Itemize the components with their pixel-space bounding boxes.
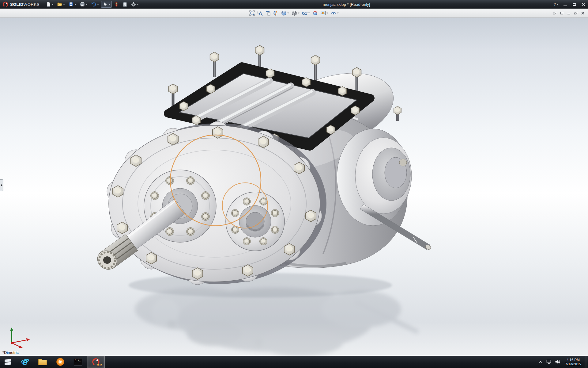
maximize-button[interactable] — [570, 0, 579, 9]
edit-appearance-icon — [312, 10, 318, 16]
view-orientation-button[interactable] — [280, 9, 290, 17]
system-tray: 4:16 PM 7/13/2015 — [537, 356, 588, 368]
save-icon — [69, 2, 74, 7]
view-settings-button[interactable] — [330, 9, 340, 17]
network-icon — [546, 359, 552, 364]
undo-icon — [91, 2, 96, 7]
new-document-button[interactable] — [44, 1, 55, 8]
rebuild-icon — [114, 2, 119, 7]
doc-close-icon — [581, 12, 584, 15]
hide-show-items-button[interactable] — [301, 9, 311, 17]
maximize-icon — [573, 3, 576, 6]
taskbar-media-player-button[interactable] — [51, 356, 69, 368]
new-document-icon — [46, 2, 51, 7]
internet-explorer-icon: e — [20, 357, 29, 366]
file-properties-icon — [123, 2, 127, 7]
heads-up-toolbar — [248, 9, 340, 17]
doc-close-button[interactable] — [579, 10, 586, 16]
window-controls: ? — [551, 0, 588, 9]
view-settings-icon — [331, 10, 336, 16]
doc-restore-icon — [574, 12, 577, 14]
undo-button[interactable] — [90, 1, 100, 8]
doc-minimize-button[interactable] — [565, 10, 572, 16]
taskbar-clock[interactable]: 4:16 PM 7/13/2015 — [562, 356, 584, 368]
taskbar-command-prompt-button[interactable]: C:\_ — [69, 356, 87, 368]
start-button[interactable] — [0, 356, 16, 368]
model-reflection — [135, 288, 418, 356]
options-icon — [131, 2, 136, 7]
volume-icon — [555, 359, 560, 364]
collapse-arrow-icon — [1, 184, 4, 186]
display-style-button[interactable] — [291, 9, 300, 17]
gearbox-model[interactable] — [94, 45, 432, 285]
taskbar-solidworks-button[interactable]: 2015 — [87, 356, 105, 368]
close-icon — [582, 2, 585, 6]
apply-scene-button[interactable] — [319, 9, 329, 17]
zoom-to-fit-icon — [249, 10, 255, 16]
select-button[interactable] — [101, 1, 112, 8]
open-button[interactable] — [56, 1, 66, 8]
minimize-icon — [564, 6, 567, 6]
print-button[interactable] — [78, 1, 89, 8]
document-title: menjac sklop * [Read-only] — [141, 2, 551, 7]
previous-view-button[interactable] — [264, 9, 272, 17]
document-window-controls — [551, 9, 586, 17]
title-bar: SOLIDWORKS — [0, 0, 588, 9]
media-player-icon — [56, 358, 65, 366]
section-view-icon — [273, 10, 279, 16]
section-view-button[interactable] — [272, 9, 280, 17]
orientation-triad — [6, 323, 34, 349]
start-icon — [4, 358, 12, 366]
solidworks-brand: SOLIDWORKS — [0, 0, 43, 9]
clock-time: 4:16 PM — [565, 358, 581, 362]
graphics-viewport[interactable]: *Dimetric — [0, 18, 588, 356]
volume-button[interactable] — [554, 356, 562, 368]
display-style-icon — [292, 10, 297, 16]
options-button[interactable] — [130, 1, 140, 8]
show-desktop-button[interactable] — [585, 356, 587, 368]
taskbar-internet-explorer-button[interactable]: e — [16, 356, 34, 368]
help-icon: ? — [553, 2, 556, 7]
doc-restore-button[interactable] — [572, 10, 579, 16]
doc-minimize-icon — [567, 14, 570, 14]
select-icon — [103, 2, 107, 7]
file-explorer-icon — [38, 359, 47, 365]
main-toolbar — [43, 0, 141, 9]
clock-date: 7/13/2015 — [565, 362, 581, 366]
zoom-to-fit-button[interactable] — [248, 9, 256, 17]
edit-appearance-button[interactable] — [311, 9, 319, 17]
show-hidden-icons-button[interactable] — [537, 356, 545, 368]
network-button[interactable] — [545, 356, 553, 368]
save-button[interactable] — [67, 1, 78, 8]
hide-show-items-icon — [302, 10, 307, 16]
heads-up-bar — [0, 9, 588, 18]
gearbox-3d-model[interactable] — [0, 18, 588, 356]
help-button[interactable]: ? — [551, 0, 560, 9]
view-orientation-icon — [281, 10, 287, 16]
featuremanager-flyout-tab[interactable] — [0, 179, 3, 191]
print-icon — [80, 2, 85, 7]
previous-view-icon — [265, 10, 271, 16]
doc-cascade-button[interactable] — [551, 10, 558, 16]
apply-scene-icon — [320, 10, 326, 16]
show-hidden-icons-icon — [539, 360, 542, 363]
solidworks-version-badge: 2015 — [96, 364, 102, 367]
zoom-to-area-button[interactable] — [256, 9, 264, 17]
doc-tile-button[interactable] — [558, 10, 565, 16]
doc-cascade-icon — [553, 12, 556, 14]
solidworks-window: SOLIDWORKS — [0, 0, 588, 368]
taskbar: e C:\_ 2015 — [0, 356, 588, 368]
taskbar-file-explorer-button[interactable] — [34, 356, 51, 368]
view-orientation-label: *Dimetric — [2, 350, 19, 355]
open-icon — [57, 2, 62, 7]
doc-tile-icon — [560, 12, 563, 14]
zoom-to-area-icon — [257, 10, 263, 16]
solidworks-logo-icon — [2, 1, 9, 7]
brand-text: SOLIDWORKS — [10, 2, 40, 7]
command-prompt-icon: C:\_ — [74, 358, 82, 366]
rebuild-button[interactable] — [112, 1, 120, 8]
file-properties-button[interactable] — [121, 1, 129, 8]
close-button[interactable] — [579, 0, 588, 9]
minimize-button[interactable] — [560, 0, 570, 9]
